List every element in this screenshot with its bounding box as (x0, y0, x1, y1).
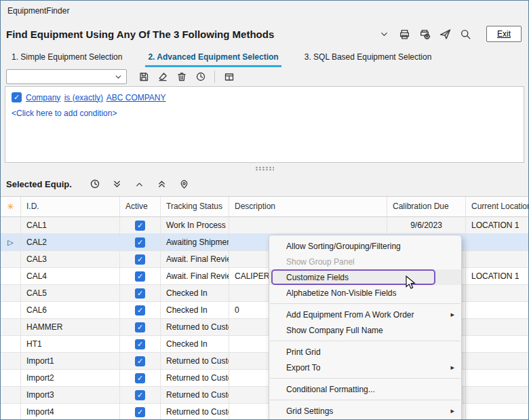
condition-value-link[interactable]: ABC COMPANY (106, 93, 166, 102)
menu-separator (270, 303, 461, 304)
row-indicator (1, 319, 21, 336)
active-checkbox[interactable]: ✓ (135, 237, 145, 248)
cell-tracking-status: Returned to Custo (161, 387, 229, 404)
condition-field-link[interactable]: Company (26, 93, 60, 102)
active-checkbox[interactable]: ✓ (135, 271, 145, 282)
cell-tracking-status: Checked In (161, 336, 229, 353)
active-checkbox[interactable]: ✓ (135, 254, 145, 265)
print-settings-icon[interactable] (418, 28, 431, 41)
double-chevron-down-icon[interactable] (111, 177, 124, 191)
grid-context-menu: Allow Sorting/Grouping/FilteringShow Gro… (269, 235, 462, 420)
cell-current-location (466, 336, 528, 353)
active-checkbox[interactable]: ✓ (135, 221, 145, 231)
column-header-tracking-status[interactable]: Tracking Status (161, 197, 229, 217)
search-icon[interactable] (459, 28, 472, 41)
grid-header-row: ✳I.D.ActiveTracking StatusDescriptionCal… (1, 197, 528, 217)
manage-selections-icon[interactable] (221, 69, 237, 85)
cell-active: ✓ (120, 234, 161, 251)
check-icon: ✓ (137, 238, 143, 246)
check-icon: ✓ (137, 408, 143, 416)
active-checkbox[interactable]: ✓ (135, 373, 145, 383)
customization-sun-icon[interactable]: ✳ (7, 202, 14, 212)
app-window: EquipmentFinder Find Equipment Using Any… (0, 0, 529, 420)
cell-active: ✓ (120, 319, 161, 336)
column-header-i-d[interactable]: I.D. (21, 197, 120, 217)
menu-item-show-company-full-name[interactable]: Show Company Full Name (269, 322, 461, 338)
cell-active: ✓ (120, 268, 161, 285)
cell-tracking-status: Checked In (161, 285, 229, 302)
column-header-indicator: ✳ (1, 197, 21, 217)
clock-icon[interactable] (88, 177, 102, 191)
cell-active: ✓ (120, 302, 161, 319)
column-header-active[interactable]: Active (120, 197, 161, 217)
menu-item-label: Grid Settings (286, 406, 445, 416)
menu-item-print-grid[interactable]: Print Grid (269, 344, 461, 360)
cell-tracking-status: Await. Final Reviev (161, 268, 229, 285)
menu-item-allow-sorting-grouping-filtering[interactable]: Allow Sorting/Grouping/Filtering (269, 238, 461, 254)
cell-tracking-status: Await. Final Reviev (161, 251, 229, 268)
tab-sql-based-equipment-selection[interactable]: 3. SQL Based Equipment Selection (302, 50, 435, 67)
filter-condition-panel: ✓ Company is (exactly) ABC COMPANY <Clic… (5, 86, 524, 163)
trash-icon[interactable] (174, 69, 189, 85)
row-indicator (1, 370, 21, 387)
condition-operator-link[interactable]: is (exactly) (64, 93, 103, 102)
menu-item-export-to[interactable]: Export To▸ (269, 360, 461, 375)
active-checkbox[interactable]: ✓ (135, 390, 145, 400)
menu-item-grid-settings[interactable]: Grid Settings▸ (269, 403, 461, 419)
tab-advanced-equipment-selection[interactable]: 2. Advanced Equipment Selection (145, 50, 281, 67)
cell-current-location (466, 251, 528, 268)
active-checkbox[interactable]: ✓ (135, 288, 145, 299)
selected-equipment-bar: Selected Equip. (6, 174, 523, 194)
cell-active: ✓ (120, 370, 161, 387)
panel-splitter[interactable] (1, 164, 528, 172)
row-indicator-icon: ▷ (7, 238, 13, 246)
column-header-description[interactable]: Description (229, 197, 387, 217)
menu-item-conditional-formatting[interactable]: Conditional Formatting... (269, 381, 461, 397)
active-checkbox[interactable]: ✓ (135, 322, 145, 332)
cell-id: CAL2 (21, 234, 120, 251)
column-header-current-location[interactable]: Current Location (466, 197, 528, 217)
tab-simple-equipment-selection[interactable]: 1. Simple Equipment Selection (9, 50, 125, 67)
row-indicator (1, 285, 21, 302)
cell-tracking-status: Checked In (161, 302, 229, 319)
cell-id: HAMMER (21, 319, 120, 336)
saved-selection-combobox[interactable] (6, 69, 127, 84)
active-checkbox[interactable]: ✓ (135, 407, 145, 417)
chevron-down-icon[interactable] (378, 28, 391, 41)
menu-item-customize-fields[interactable]: Customize Fields (269, 269, 461, 285)
add-condition-link[interactable]: <Click here to add condition> (12, 109, 517, 118)
cell-active: ✓ (120, 251, 161, 268)
active-checkbox[interactable]: ✓ (135, 305, 145, 316)
save-icon[interactable] (136, 69, 151, 85)
row-indicator (1, 268, 21, 285)
eraser-icon[interactable] (155, 69, 170, 85)
splitter-grip-icon (255, 166, 274, 171)
cell-active: ✓ (120, 285, 161, 302)
menu-item-label: Allow Sorting/Grouping/Filtering (286, 242, 454, 251)
print-icon[interactable] (398, 28, 411, 41)
chevron-up-icon[interactable] (133, 177, 146, 191)
exit-button[interactable]: Exit (486, 26, 522, 42)
check-icon: ✓ (137, 221, 143, 229)
double-chevron-up-icon[interactable] (155, 177, 169, 191)
row-indicator (1, 404, 21, 419)
column-header-calibration-due[interactable]: Calibration Due (387, 197, 466, 217)
menu-item-add-equipment-from-a-work-order[interactable]: Add Equipment From A Work Order▸ (269, 307, 461, 322)
menu-item-label: Show Company Full Name (286, 326, 454, 335)
send-icon[interactable] (439, 28, 452, 41)
table-row[interactable]: CAL1✓Work In Process9/6/2023LOCATION 1 (1, 217, 528, 234)
filter-condition-row: ✓ Company is (exactly) ABC COMPANY (12, 92, 517, 102)
check-icon: ✓ (137, 272, 143, 280)
cell-id: CAL3 (21, 251, 120, 268)
active-checkbox[interactable]: ✓ (135, 356, 145, 366)
row-indicator (1, 302, 21, 319)
active-checkbox[interactable]: ✓ (135, 339, 145, 349)
menu-separator (270, 341, 461, 341)
menu-item-alphabetize-non-visible-fields[interactable]: Alphabetize Non-Visible Fields (269, 285, 461, 301)
menu-item-show-group-panel: Show Group Panel (269, 254, 461, 269)
cell-id: CAL1 (21, 217, 120, 234)
check-icon: ✓ (137, 340, 143, 348)
clock-icon[interactable] (193, 69, 208, 85)
location-pin-icon[interactable] (178, 177, 191, 191)
condition-checkbox[interactable]: ✓ (12, 92, 22, 102)
